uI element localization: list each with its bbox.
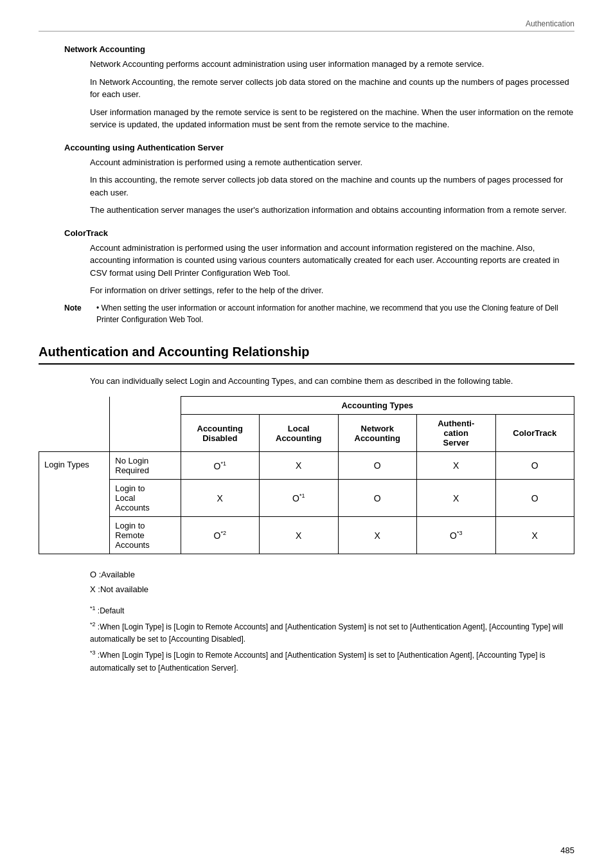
cell-local-disabled: X (181, 480, 260, 517)
cell-local-network: O (338, 480, 417, 517)
col-header-network-accounting: NetworkAccounting (338, 415, 417, 452)
footnote-2-text: :When [Login Type] is [Login to Remote A… (90, 622, 564, 644)
footnote-3-text: :When [Login Type] is [Login to Remote A… (90, 651, 546, 672)
col-header-accounting-disabled: AccountingDisabled (181, 415, 260, 452)
note-block: Note • When setting the user information… (64, 302, 574, 325)
table-row: Login Types No LoginRequired O*1 X O X O (39, 452, 574, 480)
login-type-remote: Login toRemoteAccounts (110, 517, 181, 554)
accounting-types-header-row: Accounting Types (39, 397, 574, 415)
cell-local-local: O*1 (260, 480, 339, 517)
network-accounting-section: Network Accounting Network Accounting pe… (39, 44, 574, 131)
cell-no-login-colortrack: O (495, 452, 574, 480)
login-type-no-login: No LoginRequired (110, 452, 181, 480)
cell-no-login-auth: X (417, 452, 496, 480)
table-row: Login toLocalAccounts X O*1 O X O (39, 480, 574, 517)
cell-remote-colortrack: X (495, 517, 574, 554)
accounting-types-header: Accounting Types (181, 397, 574, 415)
cell-local-colortrack: O (495, 480, 574, 517)
note-text: • When setting the user information or a… (96, 302, 574, 325)
cell-remote-auth: O*3 (417, 517, 496, 554)
auth-server-para-3: The authentication server manages the us… (90, 204, 574, 217)
cell-no-login-disabled: O*1 (181, 452, 260, 480)
table-row: Login toRemoteAccounts O*2 X X O*3 X (39, 517, 574, 554)
cell-remote-local: X (260, 517, 339, 554)
note-label: Note (64, 302, 96, 325)
login-type-local: Login toLocalAccounts (110, 480, 181, 517)
auth-server-section: Accounting using Authentication Server A… (39, 143, 574, 217)
note-body: When setting the user information or acc… (96, 303, 558, 324)
col-header-auth-server: Authenti-cationServer (417, 415, 496, 452)
footnote-1-text: :Default (98, 606, 124, 615)
legend-block: O :Available X :Not available (90, 567, 574, 597)
col-header-colortrack: ColorTrack (495, 415, 574, 452)
network-accounting-para-1: Network Accounting performs account admi… (90, 58, 574, 71)
cell-no-login-network: O (338, 452, 417, 480)
note-bullet: • (96, 303, 99, 312)
footnote-1: *1 :Default (90, 604, 574, 617)
colortrack-section: ColorTrack Account administration is per… (39, 228, 574, 325)
cell-remote-disabled: O*2 (181, 517, 260, 554)
network-accounting-para-2: In Network Accounting, the remote server… (90, 76, 574, 101)
legend-not-available: X :Not available (90, 582, 574, 597)
auth-server-heading: Accounting using Authentication Server (64, 143, 574, 152)
accounting-table: Accounting Types AccountingDisabled Loca… (39, 396, 574, 554)
auth-server-para-1: Account administration is performed usin… (90, 156, 574, 169)
network-accounting-para-3: User information managed by the remote s… (90, 106, 574, 131)
page-number: 485 (560, 845, 574, 855)
cell-remote-network: X (338, 517, 417, 554)
login-types-label: Login Types (39, 452, 110, 554)
page-header: Authentication (39, 19, 574, 32)
colortrack-para-1: Account administration is performed usin… (90, 242, 574, 280)
network-accounting-heading: Network Accounting (64, 44, 574, 54)
colortrack-heading: ColorTrack (64, 228, 574, 238)
header-title: Authentication (526, 19, 574, 28)
footnotes: *1 :Default *2 :When [Login Type] is [Lo… (90, 604, 574, 674)
cell-local-auth: X (417, 480, 496, 517)
main-section-heading: Authentication and Accounting Relationsh… (39, 345, 574, 365)
auth-server-para-2: In this accounting, the remote server co… (90, 174, 574, 199)
colortrack-para-2: For information on driver settings, refe… (90, 284, 574, 297)
legend-available: O :Available (90, 567, 574, 582)
col-header-local-accounting: LocalAccounting (260, 415, 339, 452)
footnote-3: *3 :When [Login Type] is [Login to Remot… (90, 648, 574, 674)
footnote-2: *2 :When [Login Type] is [Login to Remot… (90, 620, 574, 646)
intro-text: You can individually select Login and Ac… (90, 375, 574, 388)
cell-no-login-local: X (260, 452, 339, 480)
